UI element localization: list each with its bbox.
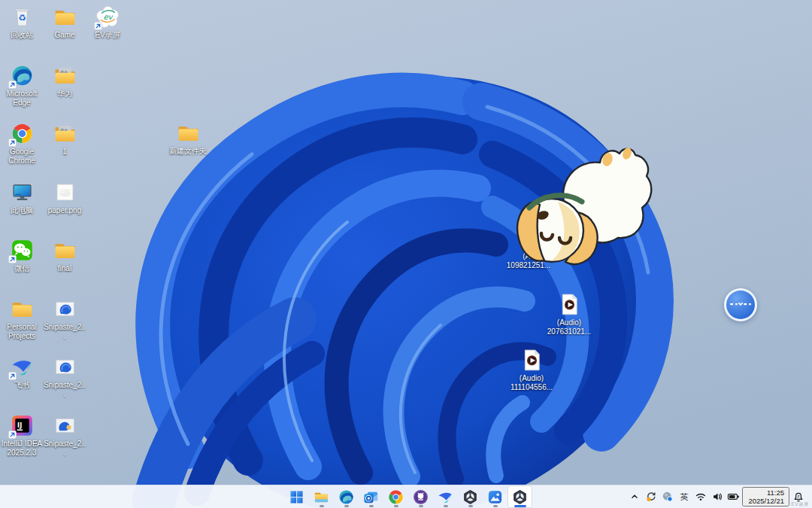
desktop-icon-Google Chrome[interactable]: Google Chrome — [1, 121, 43, 166]
desktop-icon-(Audio)[interactable]: (Audio) 207631021... — [544, 292, 594, 336]
shortcut-arrow-icon — [94, 22, 102, 30]
status-circle-icon — [662, 491, 674, 503]
desktop-icon-label: 1 — [62, 148, 67, 157]
tray-volume-button[interactable] — [709, 487, 725, 506]
desktop-icon-label: (Audio) 111104556... — [511, 374, 553, 392]
desktop-icon-label: EV录屏 — [95, 31, 120, 40]
tray-security-icon-button[interactable] — [659, 487, 675, 506]
desktop-icon-glyph — [53, 354, 77, 379]
desktop-icon-label: Personal Projects — [1, 323, 43, 341]
taskbar-running-indicator — [444, 505, 448, 507]
desktop-icon-飞书[interactable]: 飞书 — [1, 354, 43, 390]
desktop-icon-paper.png[interactable]: paper.png — [44, 180, 86, 215]
desktop-icon-label: Snipaste_2... — [44, 323, 86, 341]
taskbar-app-github-desktop[interactable] — [408, 485, 433, 508]
desktop-icon-label: 此电脑 — [11, 206, 33, 215]
taskbar-app-glyph — [313, 488, 330, 506]
desktop-icon-Microsoft Edge[interactable]: Microsoft Edge — [1, 63, 43, 108]
taskbar-app-edge[interactable] — [334, 485, 359, 508]
desktop-icon-Snipaste_2...[interactable]: Snipaste_2... — [44, 297, 86, 341]
desktop-icon-glyph — [53, 238, 77, 263]
shortcut-arrow-icon — [8, 255, 17, 263]
tray-clock[interactable]: 11:25 2025/12/21 — [742, 487, 789, 506]
taskbar-app-file-explorer[interactable] — [309, 485, 334, 508]
tray-battery-button[interactable] — [726, 487, 741, 506]
recorder-watermark: EV录屏 — [791, 501, 809, 508]
tray-time: 11:25 — [767, 488, 784, 497]
desktop-icon-label: (Audio) 207631021... — [547, 318, 591, 336]
wifi-icon — [695, 491, 707, 503]
tray-ime-indicator[interactable]: 英 — [676, 487, 692, 506]
desktop-icon-glyph — [53, 413, 77, 438]
taskbar-app-glyph — [486, 488, 504, 506]
desktop-icon-label: Game — [54, 31, 74, 40]
desktop-icon-微信[interactable]: 微信 — [1, 238, 43, 273]
speaker-icon — [711, 491, 723, 503]
desktop-icon-glyph — [53, 5, 77, 29]
desktop-icon-label: 回收站 — [11, 31, 33, 40]
desktop-icon-label: Google Chrome — [1, 148, 43, 166]
desktop-icon-Personal Projects[interactable]: Personal Projects — [1, 297, 43, 341]
desktop-icon-label: Snipaste_2... — [44, 381, 86, 399]
desktop-icon-华为[interactable]: 华为 — [44, 63, 86, 99]
desktop-icon-label: paper.png — [48, 206, 82, 215]
desktop-icon-IntelliJ IDEA 2025.2.3[interactable]: IntelliJ IDEA 2025.2.3 — [1, 413, 43, 458]
desktop-icon-Snipaste_2...[interactable]: Snipaste_2... — [44, 354, 86, 399]
taskbar-running-indicator — [344, 505, 349, 507]
taskbar-app-glyph — [288, 488, 305, 506]
desktop-icon-label: IntelliJ IDEA 2025.2.3 — [1, 440, 43, 458]
screen-recorder-float-ball[interactable] — [724, 288, 757, 321]
taskbar-app-glyph — [338, 488, 355, 506]
desktop-icon-此电脑[interactable]: 此电脑 — [1, 180, 43, 215]
desktop-icon-1[interactable]: 1 — [44, 121, 86, 157]
taskbar-app-hex-app-2[interactable] — [508, 485, 532, 508]
taskbar-app-photos[interactable] — [483, 485, 508, 508]
desktop-icon-新建文件夹[interactable]: 新建文件夹 — [163, 120, 213, 156]
tray-wifi-button[interactable] — [692, 487, 708, 506]
desktop-icon-label: 微信 — [14, 264, 29, 273]
desktop-icon-glyph — [176, 120, 201, 145]
shortcut-arrow-icon — [8, 430, 17, 439]
taskbar-app-glyph — [412, 488, 429, 506]
tray-date: 2025/12/21 — [748, 497, 784, 505]
desktop-icon-label: 飞书 — [14, 381, 29, 390]
desktop-icon-(Audio)[interactable]: (Audio) 111104556... — [507, 348, 556, 392]
svg-text:z: z — [797, 494, 799, 498]
shortcut-arrow-icon — [8, 81, 17, 89]
desktop-icon-glyph — [557, 292, 582, 317]
desktop-icon-glyph — [10, 180, 35, 205]
taskbar-app-hex-app[interactable] — [458, 485, 483, 508]
taskbar: 英 11:25 2025/12/21 — [0, 485, 812, 508]
desktop-icon-glyph — [53, 297, 77, 321]
taskbar-app-start[interactable] — [284, 485, 309, 508]
taskbar-app-glyph — [437, 488, 454, 506]
desktop-icon-label: 华为 — [57, 90, 72, 99]
system-tray: 英 11:25 2025/12/21 — [626, 485, 812, 508]
taskbar-app-feishu[interactable] — [433, 485, 458, 508]
desktop-icon-glyph — [520, 348, 544, 373]
desktop-icon-label: final — [58, 264, 71, 273]
desktop-icon-glyph — [10, 297, 35, 321]
taskbar-app-glyph — [462, 488, 479, 506]
tray-sync-icon-button[interactable] — [643, 487, 659, 506]
taskbar-app-glyph — [362, 488, 380, 506]
shortcut-arrow-icon — [8, 138, 17, 147]
desktop-icon-glyph — [53, 63, 77, 88]
desktop-icon-Snipaste_2...[interactable]: Snipaste_2... — [44, 413, 86, 458]
desktop-icon-回收站[interactable]: 回收站 — [1, 5, 43, 40]
taskbar-app-chrome[interactable] — [383, 485, 408, 508]
float-ball-dashes-icon — [726, 291, 755, 319]
desktop-icon-Game[interactable]: Game — [44, 5, 86, 40]
taskbar-app-outlook[interactable] — [359, 485, 383, 508]
desktop-icon-glyph — [53, 121, 77, 146]
desktop-icon-label: 新建文件夹 — [169, 147, 207, 156]
desktop-icon-final[interactable]: final — [44, 238, 86, 273]
tray-hidden-icons-chevron[interactable] — [626, 487, 642, 506]
taskbar-running-indicator — [394, 505, 398, 507]
taskbar-running-indicator — [493, 505, 498, 507]
desktop-icon-label: Microsoft Edge — [1, 90, 43, 108]
taskbar-app-glyph — [511, 488, 529, 506]
taskbar-running-indicator — [320, 505, 324, 507]
taskbar-app-glyph — [387, 488, 404, 506]
desktop-icon-EV录屏[interactable]: EV录屏 — [86, 5, 129, 40]
